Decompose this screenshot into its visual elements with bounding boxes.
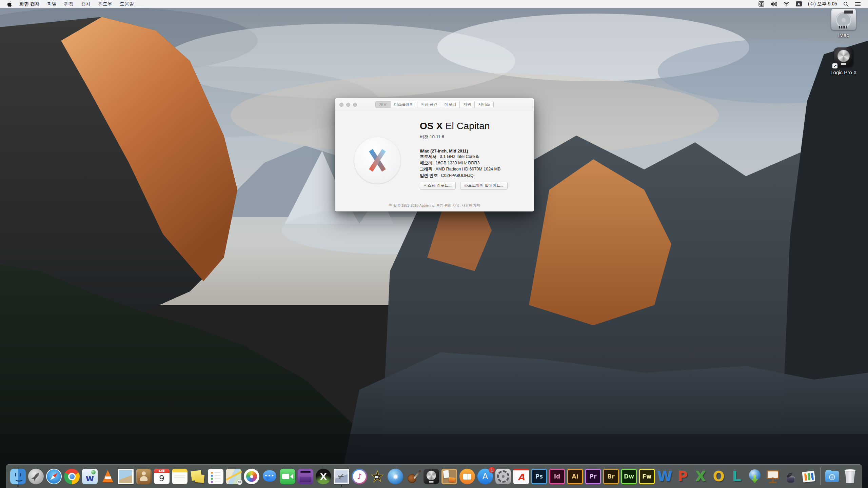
maps-glyph: 3D [237, 479, 242, 485]
close-button[interactable] [339, 103, 343, 107]
notification-center-icon[interactable] [852, 0, 864, 8]
desktop-icons: iMac ↗ Logic Pro X [823, 9, 864, 75]
xee-glyph: X [320, 472, 327, 481]
ibooks-dock-icon[interactable] [459, 469, 475, 484]
tab-service[interactable]: 서비스 [475, 101, 493, 108]
menu-help[interactable]: 도움말 [116, 0, 138, 8]
contacts-dock-icon[interactable] [136, 469, 152, 484]
wifi-menu-icon[interactable] [780, 0, 793, 8]
about-this-mac-window: 개요 디스플레이 저장 공간 메모리 지원 서비스 [335, 98, 534, 211]
dock: w12월93D•••X✂♪★A1APsIdAiPrBrDwFwWPXOL✒↓ [6, 464, 862, 488]
spec-label: 일련 번호 [420, 173, 438, 178]
logic-pro-x-dock-icon[interactable] [423, 469, 439, 484]
menu-window[interactable]: 윈도우 [94, 0, 116, 8]
excel-dock-icon[interactable]: X [693, 469, 709, 484]
xee-dock-icon[interactable]: X [316, 469, 331, 484]
os-name-strong: OS X [420, 121, 443, 131]
apple-menu[interactable] [3, 0, 16, 8]
launchpad-dock-icon[interactable] [28, 469, 44, 484]
mail-dock-icon[interactable] [118, 469, 134, 484]
idvd-dock-icon[interactable] [388, 469, 403, 484]
os-x-logo [354, 137, 401, 184]
volume-menu-icon[interactable] [767, 0, 780, 8]
tab-displays[interactable]: 디스플레이 [391, 101, 417, 108]
menu-file[interactable]: 파일 [43, 0, 60, 8]
menu-screen-capture-app[interactable]: 화면 캡처 [16, 0, 43, 8]
vlc-dock-icon[interactable] [100, 469, 116, 484]
spec-value: 3.1 GHz Intel Core i5 [440, 154, 479, 159]
trash-dock-icon[interactable] [842, 469, 858, 484]
downloads-folder-dock-icon[interactable]: ↓ [824, 469, 840, 484]
stickies-dock-icon[interactable] [190, 469, 205, 484]
messages-glyph: ••• [264, 473, 274, 478]
excel-glyph: X [696, 470, 706, 483]
window-titlebar[interactable]: 개요 디스플레이 저장 공간 메모리 지원 서비스 [335, 98, 534, 111]
keynote-dock-icon[interactable] [765, 469, 781, 484]
hard-disk-icon [831, 9, 856, 30]
dreamweaver-dock-icon[interactable]: Dw [621, 469, 637, 484]
copyright-footer: ™ 및 © 1983-2016 Apple Inc. 모든 권리 보유. 사용권… [335, 203, 534, 208]
input-source-menu-icon[interactable]: A [793, 0, 805, 8]
iweb-dock-icon[interactable] [441, 469, 457, 484]
finder-dock-icon[interactable] [10, 469, 26, 484]
about-text-block: OS X El Capitan 버전 10.11.6 iMac (27-inch… [420, 121, 500, 179]
igetter-dock-icon[interactable] [747, 469, 763, 484]
lync-glyph: L [732, 470, 741, 483]
toast-dock-icon[interactable] [298, 469, 313, 484]
safari-dock-icon[interactable] [46, 469, 62, 484]
system-preferences-dock-icon[interactable] [495, 469, 511, 484]
tab-support[interactable]: 지원 [460, 101, 475, 108]
menu-edit[interactable]: 편집 [60, 0, 77, 8]
spotlight-icon[interactable] [840, 0, 852, 8]
system-report-button[interactable]: 시스템 리포트... [420, 182, 456, 189]
software-update-button[interactable]: 소프트웨어 업데이트... [460, 182, 508, 189]
menu-capture[interactable]: 캡처 [77, 0, 94, 8]
illustrator-glyph: Ai [572, 474, 578, 480]
numbers-dock-icon[interactable] [801, 469, 816, 484]
tab-storage[interactable]: 저장 공간 [417, 101, 441, 108]
tab-overview[interactable]: 개요 [376, 101, 391, 108]
garageband-dock-icon[interactable] [406, 469, 421, 484]
imovie-dock-icon[interactable]: ★ [370, 469, 385, 484]
spec-label: 메모리 [420, 161, 433, 165]
bridge-dock-icon[interactable]: Br [603, 469, 619, 484]
logic-pro-x-desktop-alias[interactable]: ↗ Logic Pro X [830, 47, 857, 75]
pages-dock-icon[interactable]: ✒ [783, 469, 798, 484]
maps-dock-icon[interactable]: 3D [226, 469, 241, 484]
about-tabs: 개요 디스플레이 저장 공간 메모리 지원 서비스 [375, 101, 494, 108]
illustrator-dock-icon[interactable]: Ai [567, 469, 583, 484]
minimize-button[interactable] [346, 103, 350, 107]
chrome-dock-icon[interactable] [64, 469, 80, 484]
menu-bar-clock[interactable]: (수) 오후 9:05 [805, 1, 840, 7]
w-web-app-dock-icon[interactable]: w [82, 469, 98, 484]
messages-dock-icon[interactable]: ••• [262, 469, 277, 484]
app-store-dock-icon[interactable]: A1 [477, 469, 493, 484]
indesign-dock-icon[interactable]: Id [549, 469, 565, 484]
imac-disk-label: iMac [838, 32, 849, 38]
premiere-pro-dock-icon[interactable]: Pr [585, 469, 601, 484]
grab-screen-capture-glyph: ✂ [337, 471, 346, 482]
photos-dock-icon[interactable] [244, 469, 259, 484]
lync-dock-icon[interactable]: L [729, 469, 745, 484]
spec-value: 16GB 1333 MHz DDR3 [436, 161, 480, 165]
reminders-dock-icon[interactable] [208, 469, 223, 484]
zoom-button[interactable] [353, 103, 357, 107]
photoshop-dock-icon[interactable]: Ps [531, 469, 547, 484]
tab-memory[interactable]: 메모리 [441, 101, 460, 108]
powerpoint-dock-icon[interactable]: P [675, 469, 691, 484]
fan-control-menu-icon[interactable] [755, 0, 767, 8]
outlook-dock-icon[interactable]: O [711, 469, 727, 484]
facetime-dock-icon[interactable] [280, 469, 295, 484]
calendar-dock-icon[interactable]: 12월9 [154, 469, 170, 484]
fireworks-dock-icon[interactable]: Fw [639, 469, 655, 484]
itunes-dock-icon[interactable]: ♪ [352, 469, 367, 484]
acrobat-dock-icon[interactable]: A [513, 469, 529, 484]
os-name-light: El Capitan [443, 121, 490, 131]
calendar-glyph: 9 [159, 474, 164, 483]
word-dock-icon[interactable]: W [657, 469, 673, 484]
imac-disk-desktop-icon[interactable]: iMac [831, 9, 856, 38]
notes-dock-icon[interactable] [172, 469, 188, 484]
os-version: 버전 10.11.6 [420, 134, 500, 140]
mac-model: iMac (27-inch, Mid 2011) [420, 149, 500, 154]
grab-screen-capture-dock-icon[interactable]: ✂ [334, 469, 349, 484]
